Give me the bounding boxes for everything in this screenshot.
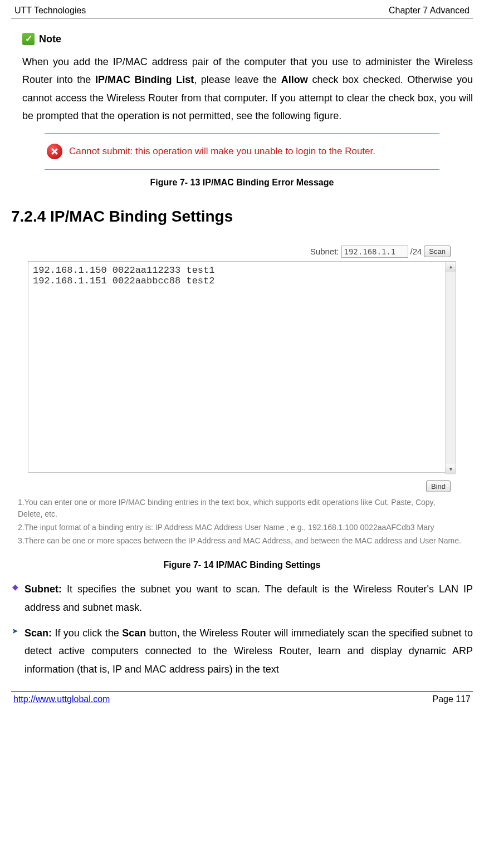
note-paragraph: When you add the IP/MAC address pair of … — [22, 53, 473, 125]
subnet-definition: Subnet: It specifies the subnet you want… — [25, 580, 473, 616]
scrollbar[interactable]: ▴ ▾ — [445, 262, 456, 474]
footer-rule — [11, 692, 473, 692]
help-line-3: 3.There can be one or more spaces betwee… — [18, 535, 462, 547]
scan-def-bold: Scan — [122, 627, 146, 639]
scroll-down-icon[interactable]: ▾ — [446, 464, 456, 474]
error-text: Cannot submit: this operation will make … — [69, 146, 375, 157]
scroll-up-icon[interactable]: ▴ — [446, 262, 456, 272]
page-number: Page 117 — [432, 694, 471, 704]
subnet-label: Subnet: — [310, 247, 339, 256]
bullet-diamond-icon: ◆ — [11, 580, 19, 616]
header-left: UTT Technologies — [14, 6, 86, 16]
scan-def-label: Scan: — [25, 627, 52, 639]
mask-label: /24 — [410, 247, 422, 256]
note-bold-1: IP/MAC Binding List — [95, 74, 194, 85]
scan-def-text-a: If you click the — [52, 627, 122, 639]
scan-definition: Scan: If you click the Scan button, the … — [25, 624, 473, 678]
note-bold-2: Allow — [281, 74, 308, 85]
note-label: Note — [39, 33, 61, 45]
section-heading: 7.2.4 IP/MAC Binding Settings — [11, 208, 473, 225]
help-line-2: 2.The input format of a binding entry is… — [18, 522, 462, 534]
subnet-def-text: It specifies the subnet you want to scan… — [25, 583, 473, 612]
error-banner: Cannot submit: this operation will make … — [45, 133, 439, 170]
header-right: Chapter 7 Advanced — [389, 6, 470, 16]
figure-7-14-caption: Figure 7- 14 IP/MAC Binding Settings — [11, 560, 473, 570]
footer-link[interactable]: http://www.uttglobal.com — [13, 694, 110, 704]
header-rule — [11, 18, 473, 18]
check-icon — [22, 33, 35, 45]
figure-7-13-caption: Figure 7- 13 IP/MAC Binding Error Messag… — [11, 178, 473, 188]
error-icon — [47, 144, 62, 159]
binding-textarea[interactable] — [28, 261, 456, 473]
help-line-1: 1.You can enter one or more IP/MAC bindi… — [18, 497, 462, 521]
note-text-2: , please leave the — [194, 74, 281, 85]
bind-button[interactable]: Bind — [426, 480, 451, 492]
scan-button[interactable]: Scan — [424, 246, 451, 257]
subnet-def-label: Subnet: — [25, 583, 62, 595]
subnet-input[interactable] — [341, 246, 408, 258]
bullet-arrow-icon: ➤ — [11, 624, 19, 678]
